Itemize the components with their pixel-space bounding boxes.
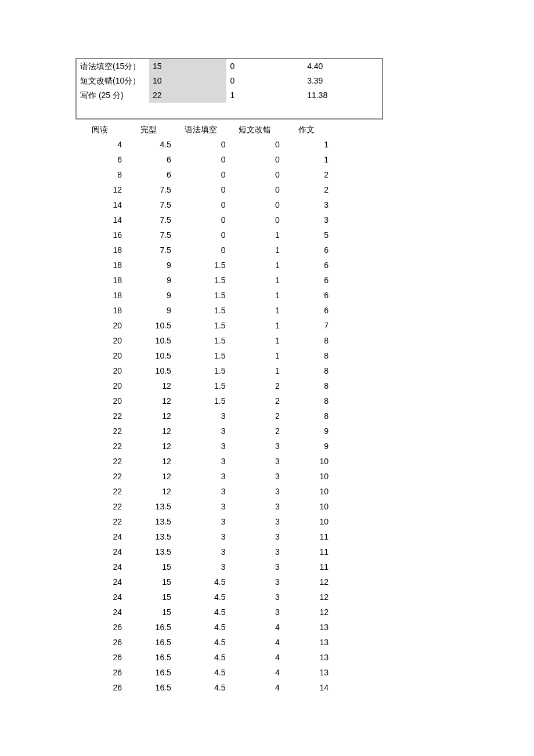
table-cell: 0 [174, 243, 228, 258]
table-cell: 16.5 [124, 635, 174, 650]
table-cell: 6 [75, 152, 124, 167]
table-cell: 4.5 [174, 620, 228, 635]
summary-label: 短文改错(10分） [77, 74, 149, 88]
table-row: 2616.54.5413 [75, 620, 331, 635]
table-cell: 4.5 [174, 665, 228, 680]
table-cell: 5 [282, 227, 331, 243]
table-cell: 6 [124, 167, 174, 182]
data-body: 44.50016600186002127.5002147.5003147.500… [75, 137, 331, 695]
table-cell: 0 [174, 197, 228, 212]
table-cell: 18 [75, 243, 124, 258]
table-cell: 12 [124, 393, 174, 408]
summary-avg: 4.40 [304, 59, 382, 74]
table-cell: 9 [124, 303, 174, 318]
table-cell: 10.5 [124, 363, 174, 378]
table-row: 1891.516 [75, 258, 331, 273]
table-cell: 18 [75, 273, 124, 288]
table-cell: 22 [75, 469, 124, 484]
table-cell: 12 [124, 408, 174, 424]
table-cell: 15 [124, 605, 174, 620]
score-data-table: 阅读 完型 语法填空 短文改错 作文 44.50016600186002127.… [75, 122, 331, 695]
table-cell: 4.5 [124, 137, 174, 152]
table-cell: 3 [174, 514, 228, 529]
table-cell: 3 [228, 469, 282, 484]
table-cell: 13.5 [124, 514, 174, 529]
table-cell: 11 [282, 544, 331, 559]
table-cell: 13 [282, 650, 331, 665]
table-row: 2616.54.5413 [75, 635, 331, 650]
summary-max: 10 [149, 74, 226, 88]
table-cell: 15 [124, 559, 174, 574]
table-row: 1891.516 [75, 288, 331, 303]
table-cell: 3 [174, 424, 228, 439]
table-row: 2616.54.5413 [75, 665, 331, 680]
table-cell: 3 [282, 197, 331, 212]
table-row: 2413.53311 [75, 544, 331, 559]
table-cell: 2 [228, 378, 282, 393]
summary-table: 语法填空(15分） 15 0 4.40 短文改错(10分） 10 0 3.39 … [75, 58, 383, 120]
table-cell: 9 [282, 424, 331, 439]
table-row: 2212339 [75, 439, 331, 454]
table-cell: 4.5 [174, 574, 228, 589]
table-cell: 24 [75, 529, 124, 544]
table-cell: 13 [282, 620, 331, 635]
table-cell: 16.5 [124, 665, 174, 680]
table-cell: 3 [174, 499, 228, 514]
table-cell: 24 [75, 589, 124, 605]
table-cell: 3 [174, 529, 228, 544]
table-cell: 24 [75, 574, 124, 589]
table-row: 2212328 [75, 408, 331, 424]
table-row: 20121.528 [75, 378, 331, 393]
table-cell: 12 [124, 484, 174, 499]
table-cell: 1 [228, 273, 282, 288]
table-cell: 2 [228, 424, 282, 439]
table-cell: 26 [75, 665, 124, 680]
header-grammar: 语法填空 [174, 122, 228, 137]
table-cell: 12 [282, 589, 331, 605]
table-row: 24153311 [75, 559, 331, 574]
table-cell: 1.5 [174, 333, 228, 348]
table-cell: 3 [228, 439, 282, 454]
table-cell: 26 [75, 635, 124, 650]
table-cell: 1 [228, 227, 282, 243]
table-cell: 14 [75, 197, 124, 212]
table-cell: 10 [282, 499, 331, 514]
table-cell: 7.5 [124, 227, 174, 243]
table-cell: 1 [228, 258, 282, 273]
table-cell: 1.5 [174, 348, 228, 363]
summary-empty-row [77, 104, 382, 118]
table-cell: 3 [174, 469, 228, 484]
table-row: 2213.53310 [75, 514, 331, 529]
summary-row: 写作 (25 分) 22 1 11.38 [77, 88, 382, 103]
table-cell: 0 [174, 137, 228, 152]
table-row: 2213.53310 [75, 499, 331, 514]
table-cell: 14 [75, 212, 124, 227]
table-cell: 20 [75, 333, 124, 348]
table-row: 22123310 [75, 469, 331, 484]
table-cell: 4 [228, 635, 282, 650]
summary-avg: 11.38 [304, 88, 382, 103]
table-cell: 0 [174, 212, 228, 227]
table-cell: 2 [282, 182, 331, 197]
table-row: 86002 [75, 167, 331, 182]
summary-row: 短文改错(10分） 10 0 3.39 [77, 74, 382, 88]
table-cell: 9 [124, 288, 174, 303]
header-correction: 短文改错 [228, 122, 282, 137]
table-cell: 6 [282, 288, 331, 303]
table-cell: 3 [228, 484, 282, 499]
table-row: 20121.528 [75, 393, 331, 408]
table-cell: 22 [75, 408, 124, 424]
table-row: 2010.51.518 [75, 363, 331, 378]
table-cell: 13.5 [124, 544, 174, 559]
table-cell: 4.5 [174, 650, 228, 665]
table-cell: 0 [228, 167, 282, 182]
header-reading: 阅读 [75, 122, 124, 137]
table-cell: 1 [228, 303, 282, 318]
table-cell: 8 [282, 363, 331, 378]
table-row: 2010.51.518 [75, 333, 331, 348]
table-cell: 24 [75, 559, 124, 574]
table-cell: 3 [174, 408, 228, 424]
table-row: 24154.5312 [75, 589, 331, 605]
table-cell: 16.5 [124, 650, 174, 665]
table-cell: 26 [75, 620, 124, 635]
